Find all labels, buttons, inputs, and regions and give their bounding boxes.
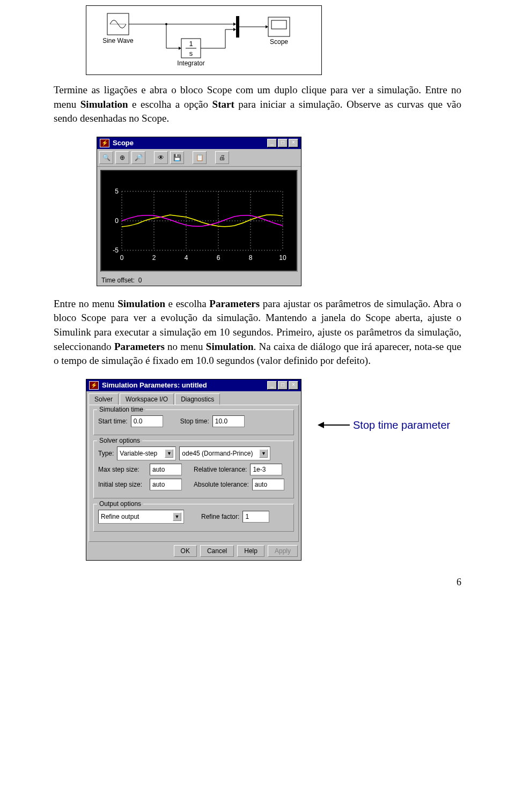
refine-factor-label: Refine factor: — [201, 513, 239, 520]
svg-marker-41 — [318, 422, 324, 428]
scope-window-title: Scope — [113, 139, 267, 147]
time-offset-bar: Time offset: 0 — [97, 275, 301, 286]
svg-text:2: 2 — [152, 254, 156, 262]
svg-text:-5: -5 — [113, 247, 119, 254]
paragraph-1: Termine as ligações e abra o bloco Scope… — [54, 83, 461, 126]
simulation-time-group: Simulation time Start time: Stop time: — [93, 409, 294, 435]
scope-app-icon: ⚡ — [100, 139, 109, 147]
stop-time-annotation: Stop time parameter — [318, 419, 450, 431]
dropdown-arrow-icon: ▼ — [173, 512, 181, 521]
svg-text:4: 4 — [185, 254, 188, 262]
minimize-button[interactable]: _ — [267, 139, 277, 147]
dropdown-arrow-icon: ▼ — [165, 449, 173, 458]
apply-button[interactable]: Apply — [268, 545, 298, 557]
stop-time-input[interactable] — [212, 415, 245, 427]
svg-text:0: 0 — [115, 217, 119, 225]
scope-block-label: Scope — [270, 38, 288, 46]
params-titlebar[interactable]: ⚡ Simulation Parameters: untitled _ □ × — [86, 379, 301, 391]
autoscale-icon[interactable]: 👁 — [154, 151, 168, 164]
scope-toolbar: 🔍 ⊕ 🔎 👁 💾 📋 🖨 — [97, 149, 301, 167]
properties-icon[interactable]: 📋 — [193, 151, 207, 164]
params-app-icon: ⚡ — [89, 381, 99, 390]
output-option-select[interactable]: Refine output▼ — [98, 510, 184, 524]
zoom-x-icon[interactable]: ⊕ — [115, 151, 129, 164]
ok-button[interactable]: OK — [174, 545, 197, 557]
cancel-button[interactable]: Cancel — [200, 545, 234, 557]
annotation-arrow-icon — [318, 420, 350, 430]
start-time-input[interactable] — [131, 415, 163, 427]
type-select[interactable]: Variable-step▼ — [117, 446, 176, 460]
help-button[interactable]: Help — [237, 545, 264, 557]
maximize-button[interactable]: □ — [278, 139, 288, 147]
type-label: Type: — [98, 450, 114, 457]
params-maximize-button[interactable]: □ — [278, 381, 288, 390]
start-time-label: Start time: — [98, 418, 128, 425]
svg-text:5: 5 — [115, 188, 119, 195]
scope-window: ⚡ Scope _ □ × 🔍 ⊕ 🔎 👁 💾 📋 🖨 — [97, 137, 301, 286]
integrator-label: Integrator — [177, 59, 204, 67]
svg-rect-20 — [271, 20, 286, 29]
absolute-tolerance-label: Absolute tolerance: — [194, 481, 249, 488]
simulation-parameters-window: ⚡ Simulation Parameters: untitled _ □ × … — [86, 379, 301, 561]
svg-text:10: 10 — [279, 254, 286, 262]
solver-options-group: Solver options Type: Variable-step▼ ode4… — [93, 441, 294, 498]
stop-time-label: Stop time: — [180, 418, 209, 425]
refine-factor-input[interactable] — [242, 511, 269, 523]
svg-rect-16 — [236, 16, 239, 38]
page-number: 6 — [54, 577, 461, 588]
save-settings-icon[interactable]: 💾 — [170, 151, 184, 164]
svg-text:6: 6 — [217, 254, 220, 262]
initial-step-label: Initial step size: — [98, 481, 146, 488]
max-step-input[interactable] — [150, 464, 182, 475]
simulink-diagram: Sine Wave 1 s Integrator Scope — [86, 5, 461, 75]
solver-method-select[interactable]: ode45 (Dormand-Prince)▼ — [179, 446, 270, 460]
relative-tolerance-label: Relative tolerance: — [194, 466, 247, 473]
initial-step-input[interactable] — [150, 479, 182, 490]
tab-workspace-io[interactable]: Workspace I/O — [120, 393, 174, 405]
relative-tolerance-input[interactable] — [250, 464, 282, 475]
params-tabs: Solver Workspace I/O Diagnostics — [86, 391, 301, 405]
integrator-den: s — [189, 49, 193, 57]
params-close-button[interactable]: × — [289, 381, 298, 390]
close-button[interactable]: × — [289, 139, 298, 147]
tab-diagnostics[interactable]: Diagnostics — [175, 393, 220, 405]
print-icon[interactable]: 🖨 — [215, 151, 229, 164]
sine-wave-label: Sine Wave — [102, 37, 134, 44]
params-minimize-button[interactable]: _ — [267, 381, 277, 390]
integrator-num: 1 — [189, 40, 193, 48]
scope-plot: 5 0 -5 0 2 4 6 8 10 — [100, 170, 298, 272]
absolute-tolerance-input[interactable] — [252, 479, 284, 490]
svg-text:0: 0 — [120, 254, 124, 262]
zoom-icon[interactable]: 🔍 — [99, 151, 113, 164]
svg-text:8: 8 — [249, 254, 253, 262]
zoom-y-icon[interactable]: 🔎 — [131, 151, 145, 164]
scope-titlebar[interactable]: ⚡ Scope _ □ × — [97, 137, 301, 149]
params-window-title: Simulation Parameters: untitled — [102, 381, 267, 389]
output-options-group: Output options Refine output▼ Refine fac… — [93, 504, 294, 532]
tab-solver[interactable]: Solver — [89, 393, 119, 405]
max-step-label: Max step size: — [98, 466, 146, 473]
paragraph-2: Entre no menu Simulation e escolha Param… — [54, 297, 461, 368]
dropdown-arrow-icon: ▼ — [259, 449, 268, 458]
